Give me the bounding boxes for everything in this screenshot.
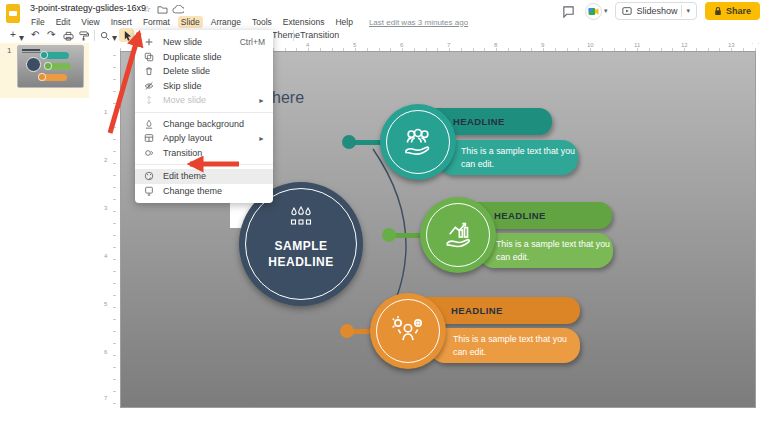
share-button[interactable]: Share <box>705 2 760 20</box>
submenu-arrow-icon: ► <box>258 135 265 142</box>
menubar: File Edit View Insert Format Slide Arran… <box>28 16 468 28</box>
meet-dropdown-caret[interactable]: ▾ <box>604 7 608 15</box>
body-text-1: This is a sample text that you can edit. <box>461 145 578 170</box>
star-icon[interactable]: ☆ <box>143 4 151 14</box>
team-in-hand-icon <box>398 122 438 162</box>
ruler-number: 6 <box>104 349 107 355</box>
transition-button[interactable]: Transition <box>300 30 339 40</box>
menu-item-edit-theme[interactable]: Edit theme <box>135 169 273 184</box>
menu-edit[interactable]: Edit <box>53 16 74 28</box>
ruler-number: 1 <box>104 109 107 115</box>
toolbar-divider <box>94 30 95 41</box>
theme-button[interactable]: Theme <box>272 30 300 40</box>
body-banner-2[interactable]: This is a sample text that you can edit. <box>478 233 613 268</box>
item-circle-3[interactable] <box>370 293 446 369</box>
menu-format[interactable]: Format <box>140 16 173 28</box>
toolbar-divider-2 <box>293 30 294 41</box>
zoom-icon[interactable] <box>100 31 110 41</box>
item-circle-1[interactable] <box>380 104 456 180</box>
redo-icon[interactable]: ↷ <box>47 29 55 40</box>
eye-off-icon <box>143 80 155 92</box>
duplicate-icon <box>143 51 155 63</box>
comments-icon[interactable] <box>561 3 577 19</box>
menu-item-transition[interactable]: Transition <box>135 146 273 161</box>
menu-item-move-slide[interactable]: Move slide ► <box>135 93 273 108</box>
headline-text-3: HEADLINE <box>451 305 503 316</box>
body-banner-1[interactable]: This is a sample text that you can edit. <box>437 140 578 175</box>
menu-item-new-slide[interactable]: New slide Ctrl+M <box>135 35 273 50</box>
undo-icon[interactable]: ↶ <box>31 29 39 40</box>
submenu-arrow-icon: ► <box>258 97 265 104</box>
slideshow-label: Slideshow <box>636 6 677 16</box>
growth-in-hand-icon <box>438 215 478 255</box>
menu-item-apply-layout[interactable]: Apply layout ► <box>135 131 273 146</box>
slides-logo-icon[interactable] <box>6 4 20 23</box>
slide-thumbnail[interactable] <box>17 45 84 88</box>
new-slide-plus-icon[interactable]: + <box>10 29 16 40</box>
slide-title-text[interactable]: here <box>272 89 304 107</box>
resources-drops-icon <box>286 206 316 232</box>
ruler-number: 5 <box>104 301 107 307</box>
background-droplet-icon <box>143 118 155 130</box>
body-text-2: This is a sample text that you can edit. <box>496 238 613 263</box>
menu-divider <box>135 112 273 113</box>
trash-icon <box>143 65 155 77</box>
menu-extensions[interactable]: Extensions <box>280 16 328 28</box>
lock-icon <box>714 6 722 16</box>
connector-dot-3 <box>340 324 354 338</box>
paint-format-icon[interactable] <box>79 31 89 41</box>
thumb-title-line <box>22 49 40 51</box>
headline-text-2: HEADLINE <box>494 210 546 221</box>
toolbar: + ▾ ↶ ↷ ▾ Theme Transition <box>0 28 768 43</box>
slideshow-button[interactable]: Slideshow ▾ <box>615 2 697 20</box>
slide-number: 1 <box>7 46 11 55</box>
titlebar-actions: ▾ Slideshow ▾ Share <box>561 2 760 20</box>
menu-item-skip-slide[interactable]: Skip slide <box>135 79 273 94</box>
menu-help[interactable]: Help <box>332 16 355 28</box>
document-title[interactable]: 3-point-strategy-gslides-16x9 <box>30 3 146 13</box>
new-slide-caret[interactable]: ▾ <box>19 32 24 43</box>
idea-person-icon <box>388 311 428 351</box>
thumb-dot-orange <box>38 73 46 81</box>
meet-button[interactable]: ▾ <box>585 3 608 20</box>
google-slides-app: { "titlebar": { "doc_title": "3-point-st… <box>0 0 768 422</box>
ruler-number: 3 <box>104 205 107 211</box>
body-banner-3[interactable]: This is a sample text that you can edit. <box>429 328 580 363</box>
select-cursor-icon[interactable] <box>123 30 132 41</box>
print-icon[interactable] <box>63 31 74 41</box>
ruler-number: 4 <box>104 253 107 259</box>
slide-dropdown-menu: New slide Ctrl+M Duplicate slide Delete … <box>135 30 273 203</box>
transition-icon <box>143 147 155 159</box>
meet-camera-icon <box>585 3 602 20</box>
move-slide-icon <box>143 94 155 106</box>
connector-dot-1 <box>342 135 356 149</box>
body-text-3: This is a sample text that you can edit. <box>453 333 571 358</box>
connector-dot-2 <box>382 228 396 242</box>
menu-insert[interactable]: Insert <box>108 16 135 28</box>
titlebar: 3-point-strategy-gslides-16x9 ☆ File Edi… <box>0 0 768 28</box>
item-circle-2[interactable] <box>420 197 496 273</box>
menu-tools[interactable]: Tools <box>249 16 275 28</box>
sample-headline-text[interactable]: SAMPLE HEADLINE <box>239 238 363 270</box>
zoom-caret[interactable]: ▾ <box>112 32 117 43</box>
menu-item-delete-slide[interactable]: Delete slide <box>135 64 273 79</box>
menu-file[interactable]: File <box>28 16 48 28</box>
menu-slide[interactable]: Slide <box>178 16 203 28</box>
change-theme-icon <box>143 185 155 197</box>
slideshow-play-icon <box>622 6 632 16</box>
thumb-dot-teal <box>40 51 48 59</box>
ruler-number: 2 <box>104 157 107 163</box>
menu-view[interactable]: View <box>78 16 102 28</box>
layout-icon <box>143 132 155 144</box>
menu-item-change-background[interactable]: Change background <box>135 117 273 132</box>
vertical-ruler: 1 2 3 4 5 6 7 <box>100 51 117 408</box>
slideshow-dropdown-caret[interactable]: ▾ <box>686 7 690 15</box>
slide-filmstrip: 1 <box>0 43 99 422</box>
move-folder-icon[interactable] <box>157 5 168 14</box>
last-edit-link[interactable]: Last edit was 3 minutes ago <box>369 18 468 27</box>
menu-item-duplicate-slide[interactable]: Duplicate slide <box>135 50 273 65</box>
menu-arrange[interactable]: Arrange <box>208 16 244 28</box>
cloud-status-icon[interactable] <box>172 5 184 14</box>
thumb-dot-green <box>44 62 52 70</box>
menu-item-change-theme[interactable]: Change theme <box>135 184 273 199</box>
